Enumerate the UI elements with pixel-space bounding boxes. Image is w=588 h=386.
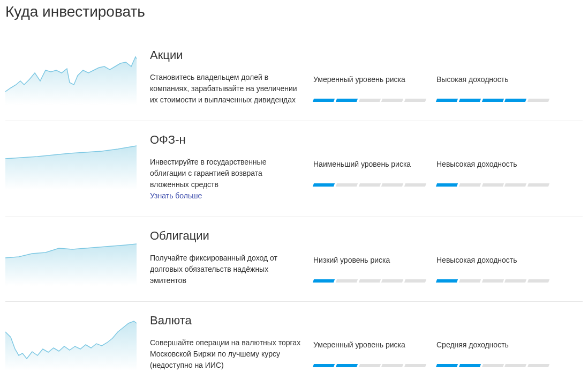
level-bar	[504, 183, 526, 187]
risk-column: Умеренный уровень риска	[313, 317, 436, 367]
level-bar	[381, 183, 403, 187]
level-bar	[436, 364, 458, 367]
chart-column	[5, 232, 137, 286]
investment-title: Акции	[150, 48, 303, 62]
level-bar	[404, 183, 426, 187]
level-bar	[527, 364, 549, 367]
level-bar	[404, 364, 426, 367]
sparkline-chart	[5, 136, 137, 190]
return-bars	[436, 364, 549, 367]
level-bar	[459, 279, 481, 283]
level-bar	[459, 183, 481, 187]
return-bars	[436, 183, 549, 187]
level-bar	[381, 99, 403, 102]
risk-column: Умеренный уровень риска	[313, 51, 436, 102]
description-column: Валюта Совершайте операции на валютных т…	[137, 317, 313, 371]
level-bar	[336, 279, 358, 283]
chart-column	[5, 136, 137, 190]
risk-label: Умеренный уровень риска	[313, 340, 426, 349]
investment-row: Акции Становитесь владельцем долей в ком…	[5, 36, 583, 121]
investment-row: Облигации Получайте фиксированный доход …	[5, 217, 583, 301]
investment-description: Получайте фиксированный доход от долговы…	[150, 253, 303, 286]
level-bar	[482, 364, 504, 367]
risk-label: Наименьший уровень риска	[313, 160, 426, 168]
level-bar	[527, 279, 549, 283]
level-bar	[404, 279, 426, 283]
risk-bars	[313, 364, 426, 367]
sparkline-chart	[5, 317, 137, 370]
investment-description: Инвестируйте в государственные облигации…	[150, 157, 303, 202]
level-bar	[313, 99, 335, 102]
level-bar	[459, 99, 481, 102]
return-column: Невысокая доходность	[436, 136, 560, 187]
level-bar	[482, 99, 504, 102]
level-bar	[504, 99, 526, 102]
level-bar	[482, 279, 504, 283]
return-bars	[436, 279, 549, 283]
level-bar	[359, 364, 381, 367]
investment-title: Облигации	[150, 229, 303, 243]
investment-title: ОФЗ-н	[150, 133, 303, 147]
description-column: ОФЗ-н Инвестируйте в государственные обл…	[137, 136, 313, 202]
level-bar	[504, 279, 526, 283]
page-title: Куда инвестировать	[5, 0, 583, 36]
level-bar	[313, 183, 335, 187]
level-bar	[336, 99, 358, 102]
risk-column: Низкий уровень риска	[313, 232, 436, 283]
investment-title: Валюта	[150, 314, 303, 328]
level-bar	[381, 364, 403, 367]
description-column: Акции Становитесь владельцем долей в ком…	[137, 51, 313, 106]
return-column: Средняя доходность	[436, 317, 560, 367]
chart-column	[5, 317, 137, 370]
risk-bars	[313, 99, 426, 102]
risk-column: Наименьший уровень риска	[313, 136, 436, 187]
return-label: Невысокая доходность	[436, 160, 549, 168]
chart-column	[5, 51, 137, 105]
description-column: Облигации Получайте фиксированный доход …	[137, 232, 313, 286]
return-label: Невысокая доходность	[436, 256, 549, 264]
risk-label: Умеренный уровень риска	[313, 75, 426, 84]
level-bar	[313, 279, 335, 283]
level-bar	[359, 99, 381, 102]
level-bar	[436, 99, 458, 102]
sparkline-chart	[5, 51, 137, 105]
risk-bars	[313, 279, 426, 283]
level-bar	[459, 364, 481, 367]
level-bar	[482, 183, 504, 187]
return-bars	[436, 99, 549, 102]
level-bar	[504, 364, 526, 367]
return-label: Высокая доходность	[436, 75, 549, 84]
level-bar	[527, 183, 549, 187]
level-bar	[359, 183, 381, 187]
level-bar	[359, 279, 381, 283]
learn-more-link[interactable]: Узнать больше	[150, 191, 202, 200]
investment-description: Совершайте операции на валютных торгах М…	[150, 337, 303, 371]
level-bar	[527, 99, 549, 102]
risk-bars	[313, 183, 426, 187]
return-column: Невысокая доходность	[436, 232, 560, 283]
investment-row: Валюта Совершайте операции на валютных т…	[5, 301, 583, 386]
level-bar	[404, 99, 426, 102]
level-bar	[313, 364, 335, 367]
investment-row: ОФЗ-н Инвестируйте в государственные обл…	[5, 121, 583, 217]
level-bar	[336, 183, 358, 187]
level-bar	[381, 279, 403, 283]
return-column: Высокая доходность	[436, 51, 560, 102]
level-bar	[336, 364, 358, 367]
level-bar	[436, 183, 458, 187]
sparkline-chart	[5, 232, 137, 286]
return-label: Средняя доходность	[436, 340, 549, 349]
investment-description: Становитесь владельцем долей в компаниях…	[150, 72, 303, 106]
risk-label: Низкий уровень риска	[313, 256, 426, 264]
level-bar	[436, 279, 458, 283]
